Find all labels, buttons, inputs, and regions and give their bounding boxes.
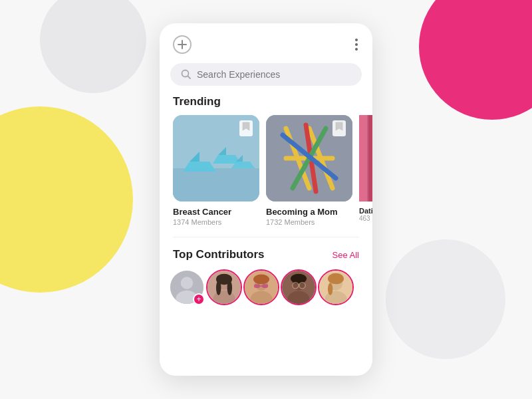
- add-button[interactable]: [173, 35, 192, 54]
- card-image-becoming-mom: [266, 115, 352, 201]
- card-image-breast-cancer: [173, 115, 259, 201]
- svg-rect-37: [254, 284, 260, 288]
- avatar-1: [206, 269, 242, 305]
- svg-rect-5: [173, 168, 259, 201]
- contributors-section-label: Top Contributors: [173, 248, 265, 261]
- avatar-4-svg: [319, 269, 352, 305]
- experience-card-becoming-mom[interactable]: Becoming a Mom 1732 Members: [266, 115, 352, 226]
- svg-point-32: [227, 281, 232, 295]
- avatar-2: [243, 269, 279, 305]
- card-title-becoming-mom: Becoming a Mom: [266, 207, 352, 217]
- svg-point-43: [291, 274, 307, 284]
- svg-rect-20: [359, 115, 367, 201]
- avatar-3: [281, 269, 317, 305]
- card-subtitle-dating: 463 M: [359, 215, 372, 222]
- section-divider: [173, 237, 359, 237]
- top-bar: [160, 23, 372, 61]
- avatar-2-svg: [245, 269, 278, 305]
- avatars-row: +: [160, 269, 372, 305]
- bg-circle-gray-top: [40, 0, 146, 93]
- card-title-breast-cancer: Breast Cancer: [173, 207, 259, 217]
- bookmark-icon[interactable]: [239, 120, 253, 136]
- svg-point-50: [328, 273, 344, 285]
- avatar-wrapper-2[interactable]: [243, 269, 279, 305]
- avatar-wrapper-1[interactable]: [206, 269, 242, 305]
- contributors-header: Top Contributors See All: [160, 248, 372, 269]
- search-input[interactable]: [197, 69, 351, 80]
- more-dot: [355, 48, 358, 51]
- card-image-dating: [359, 115, 372, 201]
- svg-point-31: [216, 281, 221, 295]
- more-dot: [355, 43, 358, 46]
- avatar-3-svg: [282, 269, 315, 305]
- svg-point-51: [328, 283, 332, 296]
- phone-card: Trending: [160, 23, 372, 376]
- svg-rect-21: [368, 115, 372, 201]
- experience-card-breast-cancer[interactable]: Breast Cancer 1374 Members: [173, 115, 259, 226]
- svg-point-25: [181, 277, 194, 289]
- bookmark-icon-2[interactable]: [332, 120, 346, 136]
- bookmark-svg-2: [335, 122, 343, 131]
- card-title-dating: Datin: [359, 207, 372, 215]
- cards-scroll: Breast Cancer 1374 Members: [160, 115, 372, 226]
- see-all-link[interactable]: See All: [332, 250, 359, 260]
- bg-circle-pink: [419, 0, 532, 120]
- experience-card-dating[interactable]: Datin 463 M: [359, 115, 372, 226]
- avatar-wrapper-add[interactable]: +: [169, 269, 205, 305]
- more-options-button[interactable]: [354, 39, 359, 51]
- fabric-svg: [359, 115, 372, 201]
- svg-line-3: [188, 76, 191, 79]
- add-avatar-button[interactable]: +: [193, 293, 205, 305]
- svg-rect-38: [262, 284, 268, 288]
- avatar-1-svg: [207, 269, 241, 305]
- card-subtitle-breast-cancer: 1374 Members: [173, 218, 259, 226]
- search-icon: [181, 69, 192, 80]
- svg-point-36: [253, 275, 269, 285]
- avatar-4: [318, 269, 354, 305]
- plus-icon: [178, 40, 187, 49]
- trending-section-label: Trending: [160, 95, 372, 115]
- more-dot: [355, 39, 358, 41]
- search-bar[interactable]: [170, 63, 362, 86]
- bookmark-svg: [242, 122, 250, 131]
- avatar-wrapper-4[interactable]: [318, 269, 354, 305]
- card-subtitle-becoming-mom: 1732 Members: [266, 218, 352, 226]
- bg-circle-gray-bottom: [386, 239, 505, 359]
- bg-circle-yellow: [0, 106, 133, 293]
- avatar-wrapper-3[interactable]: [281, 269, 317, 305]
